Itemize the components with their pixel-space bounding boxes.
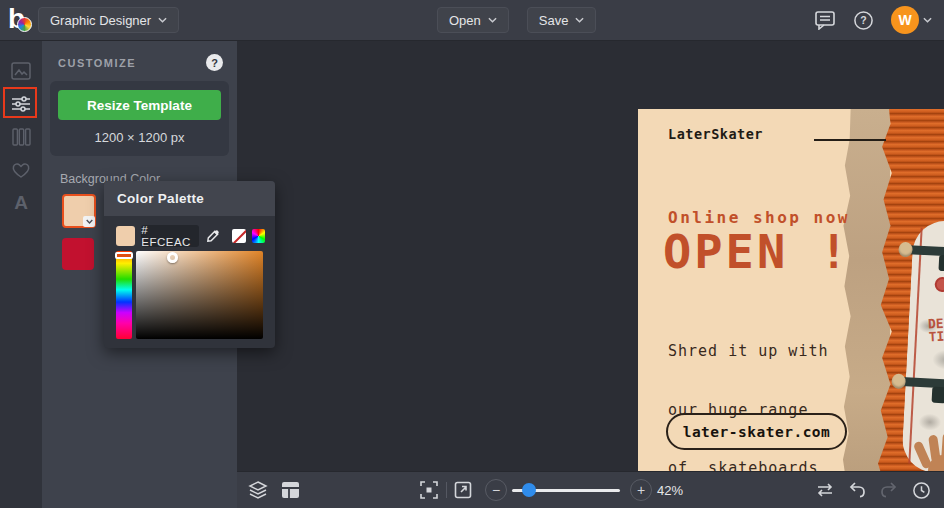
top-bar: b Graphic Designer Open Save ? W <box>0 0 944 40</box>
zoom-in-button[interactable]: + <box>630 479 652 501</box>
chevron-down-icon <box>575 17 584 23</box>
eyedropper-icon[interactable] <box>205 229 220 244</box>
color-swatch[interactable] <box>62 238 94 270</box>
reset-button[interactable] <box>815 481 835 499</box>
zoom-out-button[interactable]: − <box>485 479 507 501</box>
undo-icon <box>848 481 867 498</box>
bottom-toolbar: − + 42% <box>237 472 944 508</box>
fullscreen-button[interactable] <box>454 481 472 499</box>
chevron-down-icon <box>158 17 167 23</box>
chevron-down-icon <box>923 17 932 23</box>
layers-button[interactable] <box>248 481 268 499</box>
app-menu-button[interactable]: Graphic Designer <box>38 7 179 33</box>
befunky-logo[interactable]: b <box>8 4 38 36</box>
poster-body-text[interactable]: Shred it up with our huge range of skate… <box>668 303 829 486</box>
avatar[interactable]: W <box>891 6 919 34</box>
color-palette-popup: Color Palette # EFCEAC <box>104 181 275 348</box>
redo-icon <box>879 481 898 498</box>
resize-template-button[interactable]: Resize Template <box>58 90 221 120</box>
svg-text:?: ? <box>860 14 866 26</box>
deck-graffiti: DE TIC <box>928 316 944 343</box>
sidebar-item-layouts[interactable] <box>0 120 42 153</box>
heart-icon <box>11 161 31 179</box>
fit-to-screen-button[interactable] <box>420 481 438 499</box>
help-icon[interactable]: ? <box>853 10 874 31</box>
refresh-arrows-icon <box>815 481 835 499</box>
sidebar-item-text[interactable]: A <box>0 186 42 219</box>
hue-slider[interactable] <box>116 251 132 339</box>
sidebar-item-customize[interactable] <box>0 87 42 120</box>
poster-artboard[interactable]: DE TIC LaterSkater Online shop now OPEN … <box>638 109 944 486</box>
hue-slider-handle[interactable] <box>115 252 133 259</box>
saturation-brightness-field[interactable] <box>136 251 263 339</box>
current-color-swatch <box>116 226 135 246</box>
divider <box>446 482 447 498</box>
poster-website-text: later-skater.com <box>683 424 831 440</box>
no-color-icon[interactable] <box>232 229 245 243</box>
panel-help-icon[interactable]: ? <box>206 54 223 71</box>
image-icon <box>11 62 31 80</box>
swatch-dropdown-badge[interactable] <box>83 216 95 227</box>
chevron-down-icon <box>86 219 93 224</box>
poster-website-pill[interactable]: later-skater.com <box>666 413 847 450</box>
history-button[interactable] <box>912 481 931 500</box>
redo-button[interactable] <box>879 481 898 498</box>
open-external-icon <box>454 481 472 499</box>
chevron-down-icon <box>488 17 497 23</box>
design-canvas[interactable]: DE TIC LaterSkater Online shop now OPEN … <box>237 40 944 472</box>
open-label: Open <box>449 13 481 28</box>
text-icon: A <box>14 192 28 214</box>
spectrum-icon[interactable] <box>252 229 265 243</box>
clock-history-icon <box>912 481 931 500</box>
feedback-chat-icon[interactable] <box>814 10 836 30</box>
template-layout-icon <box>281 481 300 499</box>
templates-button[interactable] <box>281 481 300 499</box>
poster-body-line: Shred it up with <box>668 342 829 362</box>
color-swatch-selected[interactable] <box>62 194 96 228</box>
tool-rail: A <box>0 40 42 508</box>
layers-icon <box>248 481 268 499</box>
poster-headline[interactable]: OPEN ! <box>663 224 851 279</box>
zoom-slider-handle[interactable] <box>522 483 536 497</box>
poster-brand-text[interactable]: LaterSkater <box>668 126 763 142</box>
resize-card: Resize Template 1200 × 1200 px <box>50 81 229 156</box>
sidebar-item-image[interactable] <box>0 54 42 87</box>
color-picker-cursor[interactable] <box>167 252 178 263</box>
sticker-red <box>934 277 944 293</box>
torn-paper-edge <box>842 109 890 486</box>
app-menu-label: Graphic Designer <box>50 13 151 28</box>
zoom-slider[interactable] <box>512 489 620 492</box>
skateboard-deck: DE TIC <box>901 219 944 474</box>
customize-sliders-icon <box>11 95 31 113</box>
template-dimensions: 1200 × 1200 px <box>58 130 221 145</box>
poster-rule-line <box>814 139 886 141</box>
account-menu[interactable]: W <box>891 6 932 34</box>
layouts-icon <box>12 128 31 146</box>
hex-color-input[interactable]: # EFCEAC <box>141 225 199 247</box>
open-button[interactable]: Open <box>437 7 509 33</box>
sidebar-item-favorites[interactable] <box>0 153 42 186</box>
color-palette-title: Color Palette <box>104 181 275 216</box>
panel-title: CUSTOMIZE <box>58 57 136 69</box>
logo-color-disc-icon <box>17 17 32 32</box>
fit-screen-icon <box>420 481 438 499</box>
undo-button[interactable] <box>848 481 867 498</box>
zoom-percentage: 42% <box>657 483 683 498</box>
save-label: Save <box>539 13 569 28</box>
save-button[interactable]: Save <box>527 7 597 33</box>
